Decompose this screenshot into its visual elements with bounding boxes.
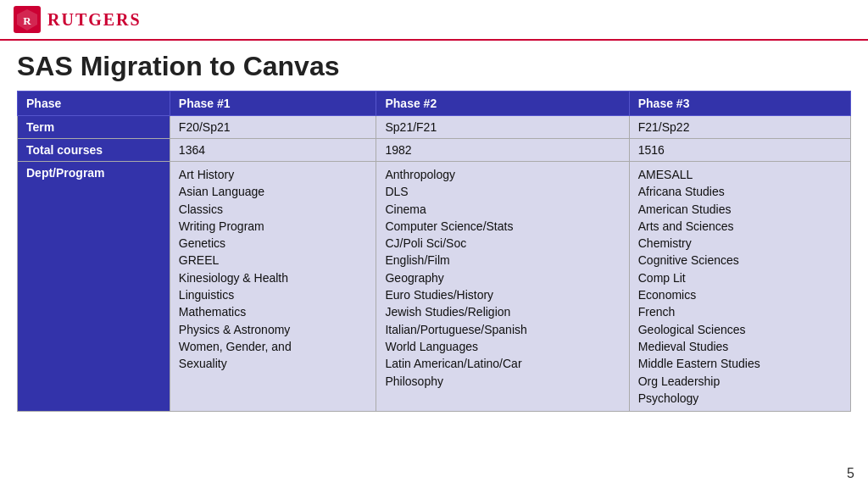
row-label: Total courses: [18, 139, 170, 162]
rutgers-shield-icon: R: [14, 6, 41, 33]
logo: R RUTGERS: [14, 6, 142, 33]
col-header-phase: Phase: [18, 92, 170, 116]
col-header-phase2: Phase #2: [376, 92, 629, 116]
row-data-cell: 1364: [170, 139, 376, 162]
row-label: Dept/Program: [18, 162, 170, 412]
migration-table: Phase Phase #1 Phase #2 Phase #3 TermF20…: [17, 91, 851, 412]
row-data-cell: 1516: [629, 139, 850, 162]
table-row: Total courses136419821516: [18, 139, 851, 162]
svg-text:R: R: [23, 14, 31, 27]
page-header: R RUTGERS: [0, 0, 868, 41]
table-row: Dept/ProgramArt HistoryAsian LanguageCla…: [18, 162, 851, 412]
row-data-cell: AMESALLAfricana StudiesAmerican StudiesA…: [629, 162, 850, 412]
col-header-phase1: Phase #1: [170, 92, 376, 116]
page-title: SAS Migration to Canvas: [17, 51, 851, 82]
page-number: 5: [847, 466, 854, 481]
row-data-cell: F20/Sp21: [170, 116, 376, 139]
row-data-cell: F21/Sp22: [629, 116, 850, 139]
table-row: TermF20/Sp21Sp21/F21F21/Sp22: [18, 116, 851, 139]
row-data-cell: Art HistoryAsian LanguageClassicsWriting…: [170, 162, 376, 412]
row-data-cell: Sp21/F21: [376, 116, 629, 139]
row-data-cell: 1982: [376, 139, 629, 162]
main-content: SAS Migration to Canvas Phase Phase #1 P…: [0, 41, 868, 419]
logo-text: RUTGERS: [47, 10, 142, 30]
table-header-row: Phase Phase #1 Phase #2 Phase #3: [18, 92, 851, 116]
row-data-cell: AnthropologyDLSCinemaComputer Science/St…: [376, 162, 629, 412]
col-header-phase3: Phase #3: [629, 92, 850, 116]
row-label: Term: [18, 116, 170, 139]
